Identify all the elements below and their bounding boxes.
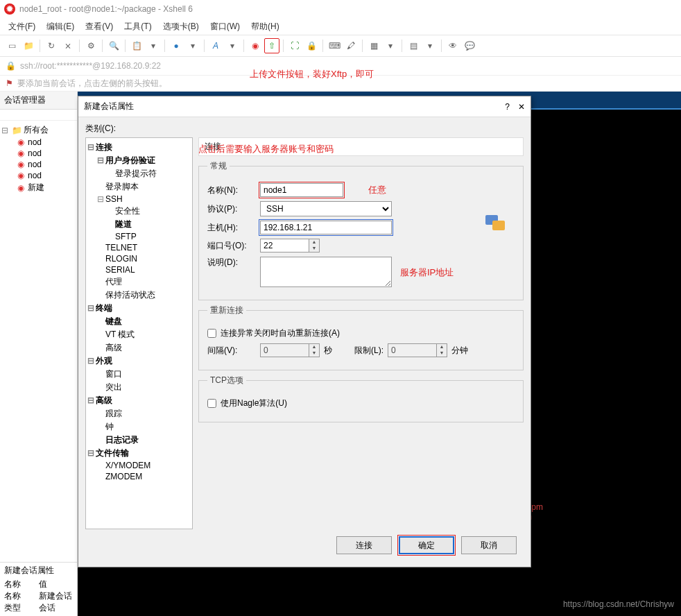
- nagle-checkbox[interactable]: [207, 399, 216, 408]
- props-title: 新建会话属性: [4, 565, 73, 579]
- category-tree[interactable]: ⊟连接⊟用户身份验证登录提示符登录脚本⊟SSH安全性隧道SFTPTELNETRL…: [85, 137, 193, 529]
- category-node[interactable]: TELNET: [87, 242, 191, 253]
- category-node[interactable]: RLOGIN: [87, 253, 191, 264]
- menu-tabs[interactable]: 选项卡(B): [159, 19, 203, 34]
- category-node[interactable]: VT 模式: [87, 328, 191, 341]
- category-node[interactable]: X/YMODEM: [87, 460, 191, 471]
- spin-down-icon[interactable]: ▼: [309, 246, 319, 252]
- desc-textarea[interactable]: [260, 257, 392, 287]
- highlight-icon[interactable]: 🖍: [343, 38, 359, 53]
- help-button[interactable]: ?: [505, 102, 510, 112]
- category-node[interactable]: 突出: [87, 381, 191, 394]
- port-input[interactable]: [260, 239, 309, 253]
- category-node[interactable]: 登录提示符: [87, 167, 191, 180]
- category-node[interactable]: ⊟SSH: [87, 194, 191, 205]
- category-node[interactable]: ⊟外观: [87, 354, 191, 368]
- ok-button[interactable]: 确定: [399, 536, 454, 554]
- open-icon[interactable]: 📁: [21, 38, 36, 53]
- xftp-upload-icon[interactable]: ⇧: [264, 38, 279, 53]
- category-node[interactable]: 钟: [87, 420, 191, 434]
- copy-icon[interactable]: 📋: [129, 38, 144, 53]
- paste-icon[interactable]: ▾: [146, 38, 161, 53]
- annotation-upload: 上传文件按钮，装好Xftp，即可: [250, 68, 374, 80]
- chevron-down-icon[interactable]: ▾: [225, 38, 240, 53]
- separator: [402, 40, 402, 52]
- lock-icon[interactable]: 🔒: [304, 38, 319, 53]
- protocol-select[interactable]: SSH: [260, 201, 392, 216]
- category-node[interactable]: 窗口: [87, 368, 191, 381]
- category-node[interactable]: 登录脚本: [87, 180, 191, 194]
- nagle-label: 使用Nagle算法(U): [221, 397, 287, 409]
- category-node[interactable]: 隧道: [87, 218, 191, 231]
- interval-label: 间隔(V):: [207, 345, 256, 357]
- annotation-host: 服务器IP地址: [400, 266, 454, 279]
- category-node[interactable]: ⊟用户身份验证: [87, 154, 191, 167]
- disconnect-icon[interactable]: ⨯: [60, 38, 76, 53]
- connect-button[interactable]: 连接: [336, 536, 392, 554]
- session-item[interactable]: ◉nod: [1, 148, 76, 159]
- swirl-icon[interactable]: ◉: [248, 38, 263, 53]
- font-icon[interactable]: A: [208, 38, 223, 53]
- interval-spinner[interactable]: ▲▼: [260, 343, 320, 357]
- globe-icon[interactable]: ●: [169, 38, 184, 53]
- port-spinner[interactable]: ▲▼: [260, 239, 320, 253]
- chevron-down-icon[interactable]: ▾: [383, 38, 398, 53]
- menu-window[interactable]: 窗口(W): [206, 19, 244, 34]
- layout-icon[interactable]: ▦: [366, 38, 381, 53]
- menu-help[interactable]: 帮助(H): [247, 19, 284, 34]
- category-node[interactable]: 日志记录: [87, 434, 191, 447]
- spin-up-icon[interactable]: ▲: [309, 239, 319, 246]
- keyboard-icon[interactable]: ⌨: [327, 38, 342, 53]
- session-item[interactable]: ◉nod: [1, 137, 76, 148]
- dialog-title: 新建会话属性: [84, 101, 134, 112]
- tree-root[interactable]: ⊟📁所有会: [1, 123, 76, 137]
- category-node[interactable]: SERIAL: [87, 264, 191, 275]
- limit-spinner[interactable]: ▲▼: [388, 343, 447, 357]
- category-node[interactable]: 安全性: [87, 205, 191, 218]
- category-node[interactable]: 保持活动状态: [87, 289, 191, 302]
- category-node[interactable]: ⊟连接: [87, 141, 191, 154]
- category-node[interactable]: ZMODEM: [87, 471, 191, 482]
- properties-icon[interactable]: ⚙: [83, 38, 98, 53]
- session-item[interactable]: ◉nod: [1, 159, 76, 170]
- fullscreen-icon[interactable]: ⛶: [287, 38, 302, 53]
- auto-reconnect-checkbox[interactable]: [207, 329, 216, 338]
- reconnect-icon[interactable]: ↻: [44, 38, 59, 53]
- limit-input[interactable]: [388, 343, 436, 357]
- session-item[interactable]: ◉nod: [1, 170, 76, 181]
- chevron-down-icon[interactable]: ▾: [185, 38, 200, 53]
- category-node[interactable]: 代理: [87, 275, 191, 289]
- eye-icon[interactable]: 👁: [445, 38, 460, 53]
- category-node[interactable]: SFTP: [87, 231, 191, 242]
- menu-edit[interactable]: 编辑(E): [42, 19, 78, 34]
- chevron-down-icon[interactable]: ▾: [422, 38, 438, 53]
- name-input[interactable]: [260, 183, 343, 197]
- session-tree[interactable]: ⊟📁所有会 ◉nod◉nod◉nod◉nod◉新建: [0, 121, 77, 562]
- chat-icon[interactable]: 💬: [462, 38, 477, 53]
- interval-input[interactable]: [260, 343, 309, 357]
- host-label: 主机(H):: [207, 222, 256, 234]
- search-icon[interactable]: 🔍: [106, 38, 121, 53]
- address-text[interactable]: ssh://root:***********@192.168.20.9:22: [20, 61, 161, 71]
- category-node[interactable]: 键盘: [87, 315, 191, 328]
- host-input[interactable]: [260, 221, 392, 234]
- connection-icon: [484, 211, 506, 233]
- menu-view[interactable]: 查看(V): [81, 19, 117, 34]
- tcp-group: TCP选项 使用Nagle算法(U): [198, 375, 524, 422]
- category-label: 类别(C):: [85, 123, 524, 135]
- category-node[interactable]: ⊟终端: [87, 302, 191, 315]
- category-node[interactable]: 高级: [87, 341, 191, 354]
- grid-icon[interactable]: ▤: [406, 38, 421, 53]
- category-node[interactable]: ⊟高级: [87, 394, 191, 407]
- category-node[interactable]: ⊟文件传输: [87, 447, 191, 460]
- session-item[interactable]: ◉新建: [1, 181, 76, 194]
- menu-tools[interactable]: 工具(T): [120, 19, 155, 34]
- menu-file[interactable]: 文件(F): [4, 19, 40, 34]
- separator: [40, 40, 40, 52]
- close-button[interactable]: ✕: [518, 102, 525, 112]
- new-icon[interactable]: ▭: [4, 38, 19, 53]
- cancel-button[interactable]: 取消: [461, 536, 517, 554]
- category-node[interactable]: 跟踪: [87, 407, 191, 420]
- property-row: 名称值: [4, 579, 73, 590]
- sidebar-title: 会话管理器: [0, 92, 77, 110]
